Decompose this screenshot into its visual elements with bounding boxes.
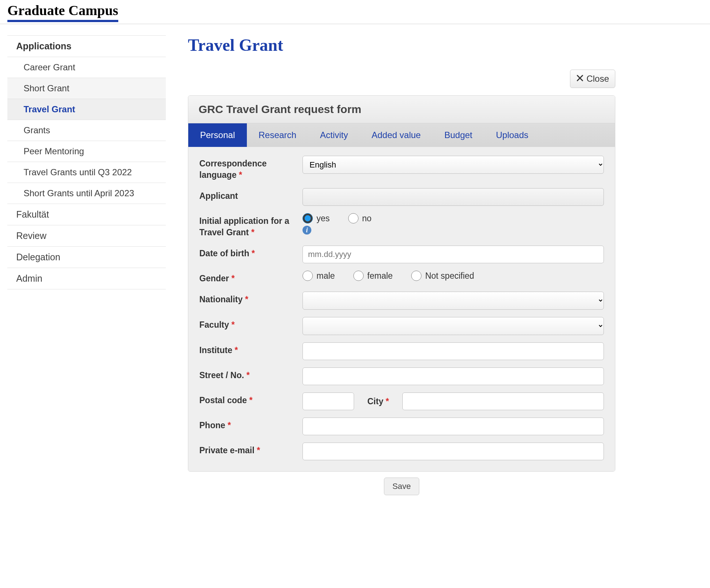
sidebar-item-review[interactable]: Review xyxy=(7,225,166,247)
tab-budget[interactable]: Budget xyxy=(433,123,484,147)
save-button[interactable]: Save xyxy=(384,478,419,495)
radio-gender-female-label: female xyxy=(367,271,393,281)
sidebar-item-peer-mentoring[interactable]: Peer Mentoring xyxy=(7,141,166,162)
radio-gender-female[interactable]: female xyxy=(353,271,393,281)
sidebar-item-travel-grant[interactable]: Travel Grant xyxy=(7,99,166,120)
institute-input[interactable] xyxy=(302,342,604,360)
sidebar-item-delegation[interactable]: Delegation xyxy=(7,247,166,268)
form-panel: GRC Travel Grant request form Personal R… xyxy=(188,95,615,472)
form-body: Correspondence language * English Applic… xyxy=(188,147,615,471)
radio-gender-male[interactable]: male xyxy=(302,271,335,281)
tab-activity[interactable]: Activity xyxy=(308,123,360,147)
close-icon xyxy=(576,74,584,84)
radio-initial-yes-label: yes xyxy=(316,214,330,223)
tab-personal[interactable]: Personal xyxy=(188,123,247,147)
sidebar: Applications Career Grant Short Grant Tr… xyxy=(7,35,166,289)
private-email-input[interactable] xyxy=(302,443,604,460)
language-select[interactable]: English xyxy=(302,156,604,174)
label-private-email: Private e-mail * xyxy=(199,443,302,456)
page-title: Travel Grant xyxy=(188,35,615,55)
label-dob: Date of birth * xyxy=(199,246,302,259)
label-city: City * xyxy=(367,397,389,406)
sidebar-item-grants[interactable]: Grants xyxy=(7,120,166,141)
nationality-select[interactable] xyxy=(302,292,604,310)
radio-initial-yes-input[interactable] xyxy=(302,213,313,223)
label-language: Correspondence language * xyxy=(199,156,302,181)
radio-gender-female-input[interactable] xyxy=(353,271,364,281)
label-institute: Institute * xyxy=(199,342,302,356)
panel-title: GRC Travel Grant request form xyxy=(188,96,615,123)
sidebar-section-applications[interactable]: Applications xyxy=(7,36,166,57)
sidebar-item-career-grant[interactable]: Career Grant xyxy=(7,57,166,78)
tabs: Personal Research Activity Added value B… xyxy=(188,123,615,147)
label-gender: Gender * xyxy=(199,271,302,284)
radio-initial-yes[interactable]: yes xyxy=(302,213,330,223)
city-input[interactable] xyxy=(402,392,604,410)
radio-initial-no[interactable]: no xyxy=(348,213,372,223)
radio-initial-no-label: no xyxy=(362,214,372,223)
label-nationality: Nationality * xyxy=(199,292,302,305)
postal-input[interactable] xyxy=(302,392,354,410)
label-initial-application: Initial application for a Travel Grant * xyxy=(199,213,302,238)
label-phone: Phone * xyxy=(199,418,302,431)
faculty-select[interactable] xyxy=(302,317,604,335)
radio-initial-no-input[interactable] xyxy=(348,213,359,223)
radio-gender-male-label: male xyxy=(316,271,335,281)
radio-gender-male-input[interactable] xyxy=(302,271,313,281)
sidebar-item-short-grants-april-2023[interactable]: Short Grants until April 2023 xyxy=(7,183,166,204)
radio-gender-na-input[interactable] xyxy=(411,271,422,281)
label-street: Street / No. * xyxy=(199,367,302,381)
tab-research[interactable]: Research xyxy=(247,123,308,147)
sidebar-item-travel-grants-q3-2022[interactable]: Travel Grants until Q3 2022 xyxy=(7,162,166,183)
tab-uploads[interactable]: Uploads xyxy=(484,123,540,147)
label-applicant: Applicant xyxy=(199,188,302,202)
main-content: Travel Grant Close GRC Travel Grant requ… xyxy=(188,35,615,495)
sidebar-item-fakultat[interactable]: Fakultät xyxy=(7,204,166,225)
label-postal: Postal code * xyxy=(199,392,302,406)
close-button[interactable]: Close xyxy=(570,70,615,88)
applicant-input xyxy=(302,188,604,206)
info-icon[interactable]: i xyxy=(302,226,311,235)
brand-title: Graduate Campus xyxy=(7,2,118,22)
close-label: Close xyxy=(587,74,609,84)
sidebar-item-short-grant[interactable]: Short Grant xyxy=(7,78,166,99)
label-faculty: Faculty * xyxy=(199,317,302,331)
radio-gender-na[interactable]: Not specified xyxy=(411,271,474,281)
phone-input[interactable] xyxy=(302,418,604,435)
sidebar-item-admin[interactable]: Admin xyxy=(7,268,166,289)
dob-input[interactable] xyxy=(302,246,604,263)
tab-added-value[interactable]: Added value xyxy=(360,123,432,147)
radio-gender-na-label: Not specified xyxy=(425,271,474,281)
street-input[interactable] xyxy=(302,367,604,385)
